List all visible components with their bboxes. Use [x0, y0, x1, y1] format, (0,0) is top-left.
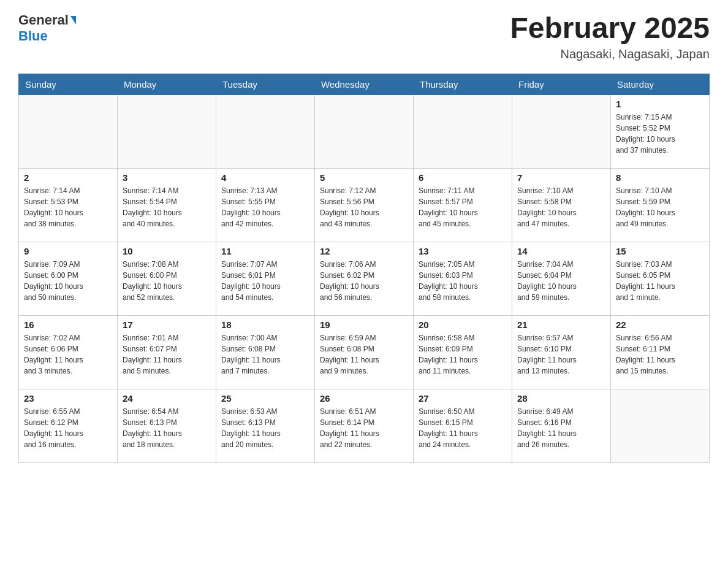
day-number: 17	[123, 320, 211, 330]
day-info: Sunrise: 7:03 AM Sunset: 6:05 PM Dayligh…	[616, 259, 704, 303]
weekday-header-saturday: Saturday	[611, 74, 710, 94]
day-info: Sunrise: 6:49 AM Sunset: 6:16 PM Dayligh…	[517, 406, 605, 450]
week-row-1: 1Sunrise: 7:15 AM Sunset: 5:52 PM Daylig…	[19, 94, 710, 168]
weekday-header-tuesday: Tuesday	[216, 74, 315, 94]
day-info: Sunrise: 7:06 AM Sunset: 6:02 PM Dayligh…	[320, 259, 408, 303]
day-number: 4	[221, 172, 309, 183]
calendar-cell: 14Sunrise: 7:04 AM Sunset: 6:04 PM Dayli…	[512, 242, 611, 315]
day-number: 2	[24, 172, 112, 183]
calendar-cell: 26Sunrise: 6:51 AM Sunset: 6:14 PM Dayli…	[315, 389, 414, 462]
calendar-cell	[19, 94, 118, 168]
day-number: 15	[616, 246, 704, 256]
logo-triangle-icon	[70, 16, 76, 25]
day-info: Sunrise: 7:12 AM Sunset: 5:56 PM Dayligh…	[320, 185, 408, 229]
calendar-cell: 16Sunrise: 7:02 AM Sunset: 6:06 PM Dayli…	[19, 315, 118, 389]
calendar-cell: 11Sunrise: 7:07 AM Sunset: 6:01 PM Dayli…	[216, 242, 315, 315]
day-info: Sunrise: 7:01 AM Sunset: 6:07 PM Dayligh…	[123, 332, 211, 377]
logo-general: General	[18, 12, 69, 28]
day-number: 10	[123, 246, 211, 256]
day-info: Sunrise: 6:59 AM Sunset: 6:08 PM Dayligh…	[320, 332, 408, 377]
day-number: 14	[517, 246, 605, 256]
day-info: Sunrise: 7:13 AM Sunset: 5:55 PM Dayligh…	[221, 185, 309, 229]
day-number: 27	[419, 393, 507, 404]
week-row-3: 9Sunrise: 7:09 AM Sunset: 6:00 PM Daylig…	[19, 242, 710, 315]
day-number: 6	[419, 172, 507, 183]
calendar-cell: 24Sunrise: 6:54 AM Sunset: 6:13 PM Dayli…	[118, 389, 216, 462]
calendar-cell: 6Sunrise: 7:11 AM Sunset: 5:57 PM Daylig…	[414, 168, 512, 242]
calendar-cell: 27Sunrise: 6:50 AM Sunset: 6:15 PM Dayli…	[414, 389, 512, 462]
calendar-cell: 8Sunrise: 7:10 AM Sunset: 5:59 PM Daylig…	[611, 168, 710, 242]
calendar-cell: 25Sunrise: 6:53 AM Sunset: 6:13 PM Dayli…	[216, 389, 315, 462]
logo-blue: Blue	[18, 28, 48, 44]
day-number: 12	[320, 246, 408, 256]
day-number: 1	[616, 99, 704, 109]
calendar-cell: 13Sunrise: 7:05 AM Sunset: 6:03 PM Dayli…	[414, 242, 512, 315]
day-info: Sunrise: 7:14 AM Sunset: 5:53 PM Dayligh…	[24, 185, 112, 229]
day-info: Sunrise: 6:53 AM Sunset: 6:13 PM Dayligh…	[221, 406, 309, 450]
calendar-cell: 18Sunrise: 7:00 AM Sunset: 6:08 PM Dayli…	[216, 315, 315, 389]
day-info: Sunrise: 6:56 AM Sunset: 6:11 PM Dayligh…	[616, 332, 704, 377]
calendar-cell: 19Sunrise: 6:59 AM Sunset: 6:08 PM Dayli…	[315, 315, 414, 389]
calendar-cell: 20Sunrise: 6:58 AM Sunset: 6:09 PM Dayli…	[414, 315, 512, 389]
day-info: Sunrise: 7:00 AM Sunset: 6:08 PM Dayligh…	[221, 332, 309, 377]
day-number: 21	[517, 320, 605, 330]
weekday-header-monday: Monday	[118, 74, 216, 94]
weekday-header-friday: Friday	[512, 74, 611, 94]
logo: General Blue	[18, 12, 76, 44]
calendar-cell: 28Sunrise: 6:49 AM Sunset: 6:16 PM Dayli…	[512, 389, 611, 462]
calendar-cell: 5Sunrise: 7:12 AM Sunset: 5:56 PM Daylig…	[315, 168, 414, 242]
calendar-cell	[118, 94, 216, 168]
week-row-4: 16Sunrise: 7:02 AM Sunset: 6:06 PM Dayli…	[19, 315, 710, 389]
week-row-2: 2Sunrise: 7:14 AM Sunset: 5:53 PM Daylig…	[19, 168, 710, 242]
day-info: Sunrise: 7:05 AM Sunset: 6:03 PM Dayligh…	[419, 259, 507, 303]
calendar-cell: 3Sunrise: 7:14 AM Sunset: 5:54 PM Daylig…	[118, 168, 216, 242]
day-number: 25	[221, 393, 309, 404]
day-number: 26	[320, 393, 408, 404]
calendar-cell: 17Sunrise: 7:01 AM Sunset: 6:07 PM Dayli…	[118, 315, 216, 389]
calendar-cell	[611, 389, 710, 462]
day-number: 3	[123, 172, 211, 183]
day-info: Sunrise: 7:10 AM Sunset: 5:59 PM Dayligh…	[616, 185, 704, 229]
calendar-cell: 7Sunrise: 7:10 AM Sunset: 5:58 PM Daylig…	[512, 168, 611, 242]
calendar-cell: 21Sunrise: 6:57 AM Sunset: 6:10 PM Dayli…	[512, 315, 611, 389]
calendar-cell: 23Sunrise: 6:55 AM Sunset: 6:12 PM Dayli…	[19, 389, 118, 462]
weekday-header-sunday: Sunday	[19, 74, 118, 94]
main-title: February 2025	[510, 12, 710, 45]
day-number: 24	[123, 393, 211, 404]
day-info: Sunrise: 7:10 AM Sunset: 5:58 PM Dayligh…	[517, 185, 605, 229]
day-info: Sunrise: 7:07 AM Sunset: 6:01 PM Dayligh…	[221, 259, 309, 303]
day-number: 5	[320, 172, 408, 183]
day-info: Sunrise: 6:57 AM Sunset: 6:10 PM Dayligh…	[517, 332, 605, 377]
day-number: 11	[221, 246, 309, 256]
calendar-cell: 22Sunrise: 6:56 AM Sunset: 6:11 PM Dayli…	[611, 315, 710, 389]
day-number: 9	[24, 246, 112, 256]
day-info: Sunrise: 7:11 AM Sunset: 5:57 PM Dayligh…	[419, 185, 507, 229]
day-info: Sunrise: 6:58 AM Sunset: 6:09 PM Dayligh…	[419, 332, 507, 377]
day-info: Sunrise: 6:55 AM Sunset: 6:12 PM Dayligh…	[24, 406, 112, 450]
day-info: Sunrise: 6:54 AM Sunset: 6:13 PM Dayligh…	[123, 406, 211, 450]
day-info: Sunrise: 6:50 AM Sunset: 6:15 PM Dayligh…	[419, 406, 507, 450]
day-number: 13	[419, 246, 507, 256]
weekday-header-thursday: Thursday	[414, 74, 512, 94]
day-info: Sunrise: 7:14 AM Sunset: 5:54 PM Dayligh…	[123, 185, 211, 229]
calendar-table: SundayMondayTuesdayWednesdayThursdayFrid…	[18, 74, 710, 463]
calendar-cell: 10Sunrise: 7:08 AM Sunset: 6:00 PM Dayli…	[118, 242, 216, 315]
week-row-5: 23Sunrise: 6:55 AM Sunset: 6:12 PM Dayli…	[19, 389, 710, 462]
day-number: 16	[24, 320, 112, 330]
day-number: 7	[517, 172, 605, 183]
day-number: 22	[616, 320, 704, 330]
calendar-cell	[512, 94, 611, 168]
page-header: General Blue February 2025 Nagasaki, Nag…	[18, 12, 710, 61]
weekday-header-wednesday: Wednesday	[315, 74, 414, 94]
day-number: 18	[221, 320, 309, 330]
calendar-cell: 12Sunrise: 7:06 AM Sunset: 6:02 PM Dayli…	[315, 242, 414, 315]
location-subtitle: Nagasaki, Nagasaki, Japan	[510, 47, 710, 61]
calendar-cell: 1Sunrise: 7:15 AM Sunset: 5:52 PM Daylig…	[611, 94, 710, 168]
weekday-header-row: SundayMondayTuesdayWednesdayThursdayFrid…	[19, 74, 710, 94]
title-area: February 2025 Nagasaki, Nagasaki, Japan	[510, 12, 710, 61]
calendar-cell: 2Sunrise: 7:14 AM Sunset: 5:53 PM Daylig…	[19, 168, 118, 242]
calendar-cell: 9Sunrise: 7:09 AM Sunset: 6:00 PM Daylig…	[19, 242, 118, 315]
day-info: Sunrise: 7:04 AM Sunset: 6:04 PM Dayligh…	[517, 259, 605, 303]
day-info: Sunrise: 7:02 AM Sunset: 6:06 PM Dayligh…	[24, 332, 112, 377]
day-number: 19	[320, 320, 408, 330]
